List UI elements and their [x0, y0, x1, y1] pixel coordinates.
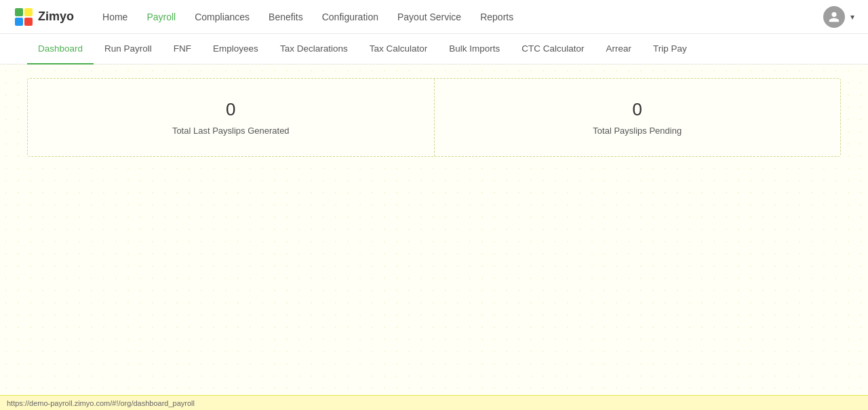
nav-payroll[interactable]: Payroll: [138, 7, 184, 26]
subtab-fnf[interactable]: FNF: [163, 34, 202, 64]
total-payslips-pending-label: Total Payslips Pending: [448, 126, 827, 136]
total-payslips-pending-value: 0: [448, 99, 827, 120]
subtab-bulk-imports[interactable]: Bulk Imports: [438, 34, 511, 64]
subtab-dashboard[interactable]: Dashboard: [27, 34, 94, 64]
subtabs-bar: Dashboard Run Payroll FNF Employees Tax …: [0, 34, 868, 64]
total-last-payslips-label: Total Last Payslips Generated: [41, 126, 420, 136]
card-total-payslips-pending: 0 Total Payslips Pending: [435, 79, 841, 156]
avatar-dropdown-arrow[interactable]: ▾: [850, 12, 854, 22]
status-bar: https://demo-payroll.zimyo.com/#!/org/da…: [0, 395, 868, 407]
subtab-tax-calculator[interactable]: Tax Calculator: [359, 34, 439, 64]
nav-benefits[interactable]: Benefits: [260, 7, 311, 26]
navbar-nav: Home Payroll Compliances Benefits Config…: [94, 7, 823, 26]
nav-compliances[interactable]: Compliances: [186, 7, 258, 26]
brand-logo[interactable]: Zimyo: [14, 7, 74, 27]
brand-name: Zimyo: [38, 10, 74, 24]
nav-home[interactable]: Home: [94, 7, 136, 26]
user-icon: [828, 11, 840, 23]
dashboard-cards-row: 0 Total Last Payslips Generated 0 Total …: [27, 78, 841, 157]
subtab-run-payroll[interactable]: Run Payroll: [94, 34, 163, 64]
subtab-trip-pay[interactable]: Trip Pay: [642, 34, 698, 64]
zimyo-logo-icon: [14, 7, 34, 27]
svg-rect-3: [24, 18, 33, 26]
subtab-ctc-calculator[interactable]: CTC Calculator: [511, 34, 595, 64]
svg-rect-1: [24, 8, 33, 16]
nav-configuration[interactable]: Configuration: [314, 7, 387, 26]
main-content: 0 Total Last Payslips Generated 0 Total …: [0, 64, 868, 407]
status-url: https://demo-payroll.zimyo.com/#!/org/da…: [7, 399, 195, 407]
avatar[interactable]: [823, 6, 845, 28]
subtab-arrear[interactable]: Arrear: [595, 34, 643, 64]
navbar-right: ▾: [823, 6, 854, 28]
card-total-last-payslips: 0 Total Last Payslips Generated: [28, 79, 435, 156]
nav-reports[interactable]: Reports: [472, 7, 521, 26]
nav-payout-service[interactable]: Payout Service: [389, 7, 469, 26]
total-last-payslips-value: 0: [41, 99, 420, 120]
svg-rect-0: [15, 8, 23, 16]
svg-rect-2: [15, 18, 23, 26]
subtab-tax-declarations[interactable]: Tax Declarations: [269, 34, 359, 64]
dashboard-cards-wrapper: 0 Total Last Payslips Generated 0 Total …: [27, 78, 841, 157]
navbar: Zimyo Home Payroll Compliances Benefits …: [0, 0, 868, 34]
subtab-employees[interactable]: Employees: [202, 34, 269, 64]
